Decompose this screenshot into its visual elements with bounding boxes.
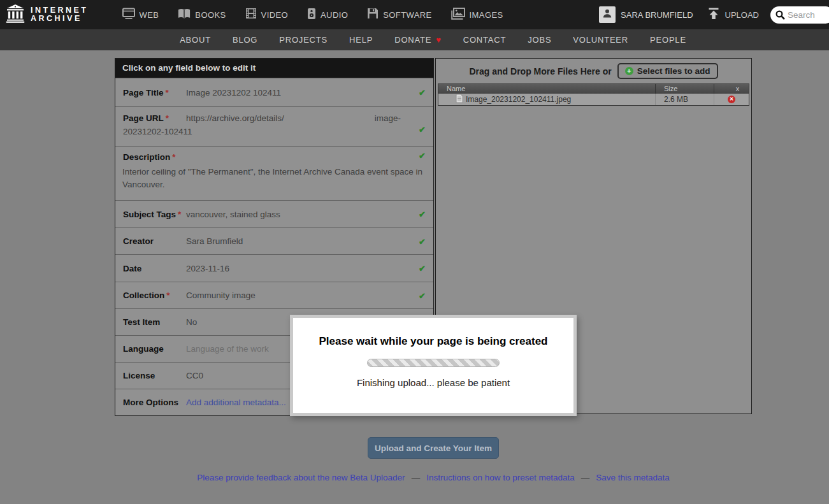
nav-item-audio[interactable]: AUDIO [307, 8, 348, 22]
file-row: Image_20231202_102411.jpeg 2.6 MB ✕ [438, 94, 749, 105]
subnav-volunteer[interactable]: VOLUNTEER [573, 35, 628, 45]
field-label: Collection [123, 291, 164, 300]
secondary-nav: ABOUT BLOG PROJECTS HELP DONATE ♥ CONTAC… [0, 29, 829, 50]
instructions-link[interactable]: Instructions on how to preset metadata [426, 473, 575, 482]
subnav-people[interactable]: PEOPLE [650, 35, 686, 45]
field-label: More Options [123, 398, 186, 407]
archive-logo[interactable]: INTERNET ARCHIVE [6, 4, 89, 25]
column-header-name: Name [438, 84, 655, 94]
drop-prompt: Drag and Drop More Files Here or [469, 66, 611, 76]
field-label: Language [123, 344, 186, 354]
field-row-description[interactable]: Description* ✔ Interior ceiling of "The … [115, 146, 433, 200]
field-value-url-identifier: 20231202-102411 [123, 127, 192, 136]
save-metadata-link[interactable]: Save this metadata [596, 473, 670, 482]
required-asterisk: * [166, 113, 169, 123]
subnav-help[interactable]: HELP [349, 35, 373, 45]
field-value: 2023-11-16 [186, 264, 229, 273]
select-files-button[interactable]: + Select files to add [617, 63, 718, 79]
check-icon: ✔ [419, 125, 426, 134]
field-value: CC0 [186, 371, 203, 380]
drop-header: Drag and Drop More Files Here or + Selec… [436, 59, 751, 83]
file-size: 2.6 MB [655, 94, 714, 105]
field-row-subject-tags[interactable]: Subject Tags* vancouver, stained glass ✔ [115, 200, 433, 227]
books-icon [178, 8, 191, 22]
heart-icon: ♥ [436, 35, 442, 45]
file-icon [456, 94, 463, 105]
field-value: vancouver, stained glass [186, 210, 280, 219]
field-row-collection[interactable]: Collection* Community image ✔ [115, 282, 433, 308]
check-icon: ✔ [419, 88, 426, 97]
column-header-remove: x [714, 84, 749, 94]
subnav-blog[interactable]: BLOG [233, 35, 257, 45]
upload-arrow-icon [707, 8, 720, 22]
field-label: Date [123, 264, 186, 273]
field-row-page-url[interactable]: Page URL* https://archive.org/details/ i… [115, 106, 433, 146]
link-separator: — [581, 473, 590, 482]
field-value: No [186, 317, 197, 327]
user-avatar[interactable] [599, 6, 616, 23]
field-row-creator[interactable]: Creator Sara Brumfield ✔ [115, 227, 433, 254]
subnav-about[interactable]: ABOUT [180, 35, 211, 45]
please-wait-modal: Please wait while your page is being cre… [290, 315, 577, 416]
modal-status-text: Finishing upload... please be patient [293, 377, 573, 388]
media-nav: WEB BOOKS VIDEO AUDIO SOFTWARE IMAGES [122, 8, 503, 22]
add-metadata-link[interactable]: Add additional metadata... [186, 398, 286, 407]
field-value: Image 20231202 102411 [186, 88, 281, 97]
column-header-size: Size [655, 84, 714, 94]
feedback-link[interactable]: Please provide feedback about the new Be… [197, 473, 405, 482]
field-label: Creator [123, 236, 186, 246]
audio-icon [307, 8, 316, 22]
subnav-donate[interactable]: DONATE ♥ [394, 35, 442, 45]
check-icon: ✔ [419, 264, 426, 273]
person-icon [602, 8, 612, 21]
footer-links: Please provide feedback about the new Be… [115, 473, 752, 482]
logo-wordmark: INTERNET ARCHIVE [31, 6, 89, 24]
remove-file-icon[interactable]: ✕ [728, 96, 735, 103]
nav-item-software[interactable]: SOFTWARE [367, 8, 431, 22]
video-icon [245, 8, 257, 22]
field-label: Description [123, 152, 170, 162]
field-placeholder: Language of the work [186, 344, 269, 354]
field-row-date[interactable]: Date 2023-11-16 ✔ [115, 254, 433, 282]
field-label: Page Title [123, 88, 164, 97]
field-label: Page URL [123, 113, 164, 123]
images-icon [451, 8, 465, 22]
check-icon: ✔ [419, 151, 426, 161]
plus-icon: + [625, 67, 633, 75]
check-icon: ✔ [419, 291, 426, 300]
nav-right-cluster: SARA BRUMFIELD UPLOAD [599, 0, 829, 29]
username-link[interactable]: SARA BRUMFIELD [621, 10, 693, 20]
field-label: Subject Tags [123, 210, 176, 219]
nav-item-video[interactable]: VIDEO [245, 8, 288, 22]
form-header: Click on any field below to edit it [115, 59, 433, 78]
field-value: Interior ceiling of "The Permanent", the… [122, 166, 427, 191]
file-table: Name Size x Image_20231202_102411.jpeg 2… [438, 83, 749, 106]
software-icon [367, 8, 378, 22]
field-value: Sara Brumfield [186, 236, 243, 246]
field-label: License [123, 371, 186, 380]
check-icon: ✔ [419, 236, 426, 246]
nav-item-images[interactable]: IMAGES [451, 8, 503, 22]
page: INTERNET ARCHIVE WEB BOOKS VIDEO AUDIO [0, 0, 829, 504]
field-row-page-title[interactable]: Page Title* Image 20231202 102411 ✔ [115, 78, 433, 106]
required-asterisk: * [178, 210, 181, 219]
field-label: Test Item [123, 317, 186, 327]
search-icon [775, 10, 785, 22]
search-box [770, 6, 829, 24]
upload-nav-link[interactable]: UPLOAD [707, 8, 759, 22]
upload-create-button[interactable]: Upload and Create Your Item [368, 437, 499, 459]
field-value: Community image [186, 291, 256, 300]
field-value-url-wrap: image- [375, 113, 401, 123]
modal-title: Please wait while your page is being cre… [293, 335, 573, 348]
file-name: Image_20231202_102411.jpeg [466, 95, 571, 104]
progress-bar [367, 359, 500, 367]
subnav-projects[interactable]: PROJECTS [279, 35, 328, 45]
field-value-url-base: https://archive.org/details/ [186, 113, 284, 123]
check-icon: ✔ [419, 210, 426, 219]
nav-item-books[interactable]: BOOKS [178, 8, 226, 22]
link-separator: — [412, 473, 421, 482]
nav-item-web[interactable]: WEB [122, 8, 159, 22]
required-asterisk: * [172, 152, 175, 162]
subnav-contact[interactable]: CONTACT [463, 35, 506, 45]
subnav-jobs[interactable]: JOBS [528, 35, 551, 45]
